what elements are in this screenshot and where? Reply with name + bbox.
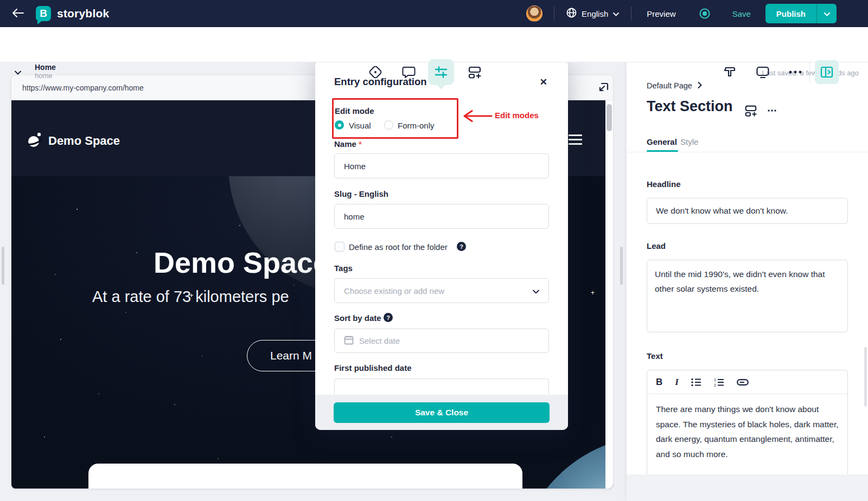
navbar-divider <box>554 7 554 21</box>
globe-icon <box>566 8 577 20</box>
site-logo-planet-icon <box>25 131 44 149</box>
editor-toolbar: Home home <box>0 27 868 62</box>
more-options-icon[interactable] <box>765 106 778 115</box>
lead-textarea[interactable] <box>647 260 848 332</box>
chevron-down-icon <box>15 68 21 76</box>
tags-placeholder: Choose existing or add new <box>344 286 444 296</box>
headline-input[interactable] <box>647 198 848 224</box>
calendar-icon <box>344 335 354 346</box>
preview-button[interactable]: Preview <box>647 9 675 18</box>
radio-visual[interactable] <box>335 120 344 130</box>
root-folder-checkbox[interactable] <box>335 242 344 252</box>
italic-icon[interactable]: I <box>675 377 679 388</box>
svg-text:2: 2 <box>714 383 716 387</box>
tab-general[interactable]: General <box>647 137 677 146</box>
comments-icon[interactable] <box>398 61 419 83</box>
lead-label: Lead <box>647 241 666 251</box>
brand-name: storyblok <box>57 7 109 20</box>
sort-date-placeholder: Select date <box>359 336 400 345</box>
viewport-resize-handle-right[interactable] <box>620 247 623 285</box>
collapse-story-button[interactable] <box>11 65 25 79</box>
tab-style[interactable]: Style <box>680 137 698 146</box>
add-block-icon[interactable] <box>743 102 759 119</box>
help-icon[interactable]: ? <box>457 242 466 251</box>
entry-config-icon[interactable] <box>428 59 454 85</box>
save-button[interactable]: Save <box>732 9 751 18</box>
earth-image <box>516 435 605 489</box>
block-add-plus[interactable]: + <box>189 291 194 299</box>
link-icon[interactable] <box>737 379 749 386</box>
tags-select[interactable]: Choose existing or add new <box>334 278 549 303</box>
root-folder-label: Define as root for the folder <box>349 242 448 252</box>
sort-by-date-label: Sort by date <box>334 313 381 323</box>
first-published-label: First published date <box>334 363 412 372</box>
first-published-input[interactable] <box>334 378 549 395</box>
required-asterisk: * <box>359 139 362 149</box>
slug-input[interactable] <box>334 204 549 229</box>
navbar-divider <box>631 7 631 21</box>
rich-text-toolbar: B I 12 <box>647 370 847 394</box>
last-saved-status: Last saved: a few seconds ago <box>762 69 859 77</box>
name-input[interactable] <box>334 153 549 178</box>
language-label: English <box>582 9 608 18</box>
close-icon[interactable]: ✕ <box>540 76 547 88</box>
bullet-list-icon[interactable] <box>691 378 701 387</box>
hamburger-menu-icon[interactable] <box>569 134 582 147</box>
annotation-label: Edit modes <box>495 111 539 120</box>
open-editor-icon[interactable] <box>596 81 610 95</box>
back-button[interactable] <box>12 9 24 19</box>
block-add-plus[interactable]: + <box>591 289 595 297</box>
chevron-down-icon <box>613 10 619 18</box>
radio-form-only[interactable] <box>384 120 393 130</box>
preview-scrollbar-track[interactable] <box>605 100 613 489</box>
toolbar-divider <box>809 61 810 83</box>
numbered-list-icon[interactable]: 12 <box>714 378 724 387</box>
text-label: Text <box>647 351 663 361</box>
block-title: Text Section <box>647 98 733 115</box>
app-root: B storyblok English Preview Save Publish <box>0 0 868 501</box>
sort-date-input[interactable]: Select date <box>334 329 549 353</box>
save-and-close-button[interactable]: Save & Close <box>334 402 550 423</box>
sidebar-scrollbar-thumb[interactable] <box>864 347 867 407</box>
preview-scrollbar-thumb[interactable] <box>607 104 612 131</box>
add-block-icon[interactable] <box>464 61 486 83</box>
preview-label: Preview <box>647 9 675 18</box>
chevron-down-icon <box>824 10 830 18</box>
radio-visual-label[interactable]: Visual <box>349 121 371 130</box>
site-content-card <box>88 464 522 489</box>
headline-label: Headline <box>647 179 681 189</box>
sidebar-breadcrumb[interactable]: Default Page <box>647 81 702 90</box>
help-icon[interactable]: ? <box>384 313 393 322</box>
slug-label: Slug - English <box>334 189 388 198</box>
hero-title: Demo Space <box>154 246 329 279</box>
publish-button[interactable]: Publish <box>765 4 816 23</box>
edit-mode-label: Edit mode <box>335 106 374 115</box>
more-options-icon[interactable] <box>784 61 806 83</box>
site-brand: Demo Space <box>48 134 120 148</box>
storyblok-logo-icon: B <box>36 6 51 21</box>
top-navbar: B storyblok English Preview Save Publish <box>0 0 868 27</box>
live-status-icon[interactable] <box>699 8 711 20</box>
sidebar-bottom-strip <box>627 474 868 501</box>
bold-icon[interactable]: B <box>656 377 662 388</box>
svg-text:1: 1 <box>714 378 716 382</box>
text-tool-icon[interactable] <box>719 61 741 83</box>
name-label: Name * <box>334 139 362 149</box>
doc-name: Home <box>35 63 56 72</box>
placeholder-marker-icon[interactable] <box>365 61 386 83</box>
tabs-divider <box>627 152 868 152</box>
modal-footer: Save & Close <box>315 395 568 430</box>
starfield <box>11 176 12 177</box>
save-label: Save <box>732 9 751 18</box>
chevron-right-icon <box>698 81 702 90</box>
doc-header[interactable]: Home home <box>35 63 56 80</box>
language-selector[interactable]: English <box>582 9 619 18</box>
publish-dropdown-button[interactable] <box>816 4 837 23</box>
avatar[interactable] <box>526 5 542 22</box>
rich-text-content[interactable]: There are many things we don't know abou… <box>647 394 847 469</box>
toggle-sidebar-icon[interactable] <box>815 60 839 84</box>
radio-form-only-label[interactable]: Form-only <box>398 121 435 130</box>
viewport-resize-handle-left[interactable] <box>2 247 4 285</box>
tags-label: Tags <box>334 264 353 273</box>
device-preview-icon[interactable] <box>752 61 774 83</box>
